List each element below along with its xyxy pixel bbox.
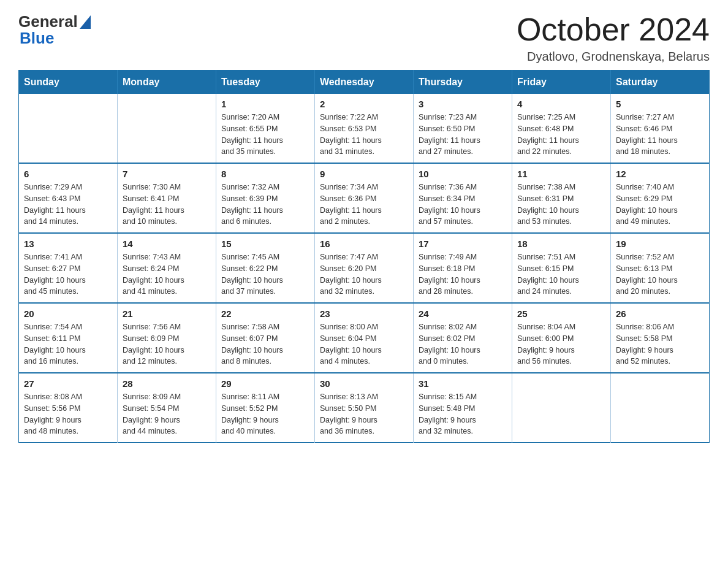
calendar-cell: 14Sunrise: 7:43 AM Sunset: 6:24 PM Dayli… [118,233,216,303]
day-info: Sunrise: 8:13 AM Sunset: 5:50 PM Dayligh… [320,391,408,437]
calendar-table: SundayMondayTuesdayWednesdayThursdayFrid… [18,70,710,443]
day-number: 6 [24,169,112,179]
day-number: 16 [320,239,408,249]
calendar-cell [19,94,118,163]
calendar-cell: 2Sunrise: 7:22 AM Sunset: 6:53 PM Daylig… [315,94,414,163]
calendar-cell: 12Sunrise: 7:40 AM Sunset: 6:29 PM Dayli… [611,163,710,233]
title-block: October 2024 Dyatlovo, Grodnenskaya, Bel… [517,12,710,64]
week-row-2: 6Sunrise: 7:29 AM Sunset: 6:43 PM Daylig… [19,163,710,233]
day-info: Sunrise: 7:20 AM Sunset: 6:55 PM Dayligh… [221,112,309,158]
day-number: 26 [616,308,704,319]
week-row-3: 13Sunrise: 7:41 AM Sunset: 6:27 PM Dayli… [19,233,710,303]
day-info: Sunrise: 7:47 AM Sunset: 6:20 PM Dayligh… [320,251,408,297]
calendar-cell [611,373,710,443]
calendar-cell: 24Sunrise: 8:02 AM Sunset: 6:02 PM Dayli… [414,303,512,373]
day-number: 3 [419,99,507,109]
day-info: Sunrise: 8:04 AM Sunset: 6:00 PM Dayligh… [517,321,605,367]
day-info: Sunrise: 7:49 AM Sunset: 6:18 PM Dayligh… [419,251,507,297]
calendar-cell: 3Sunrise: 7:23 AM Sunset: 6:50 PM Daylig… [414,94,512,163]
calendar-cell: 22Sunrise: 7:58 AM Sunset: 6:07 PM Dayli… [216,303,315,373]
day-number: 30 [320,378,408,389]
week-row-4: 20Sunrise: 7:54 AM Sunset: 6:11 PM Dayli… [19,303,710,373]
day-info: Sunrise: 7:30 AM Sunset: 6:41 PM Dayligh… [123,182,211,228]
main-title: October 2024 [517,12,710,47]
day-info: Sunrise: 7:45 AM Sunset: 6:22 PM Dayligh… [221,251,309,297]
day-number: 31 [419,378,507,389]
day-info: Sunrise: 8:11 AM Sunset: 5:52 PM Dayligh… [221,391,309,437]
calendar-cell: 20Sunrise: 7:54 AM Sunset: 6:11 PM Dayli… [19,303,118,373]
calendar-cell: 13Sunrise: 7:41 AM Sunset: 6:27 PM Dayli… [19,233,118,303]
day-number: 21 [123,308,211,319]
day-info: Sunrise: 7:41 AM Sunset: 6:27 PM Dayligh… [24,251,112,297]
day-number: 29 [221,378,309,389]
day-info: Sunrise: 8:06 AM Sunset: 5:58 PM Dayligh… [616,321,704,367]
day-number: 11 [517,169,605,179]
calendar-cell: 23Sunrise: 8:00 AM Sunset: 6:04 PM Dayli… [315,303,414,373]
calendar-cell: 31Sunrise: 8:15 AM Sunset: 5:48 PM Dayli… [414,373,512,443]
day-number: 8 [221,169,309,179]
weekday-thursday: Thursday [414,71,512,94]
day-number: 4 [517,99,605,109]
day-info: Sunrise: 8:15 AM Sunset: 5:48 PM Dayligh… [419,391,507,437]
day-info: Sunrise: 7:54 AM Sunset: 6:11 PM Dayligh… [24,321,112,367]
calendar-cell: 29Sunrise: 8:11 AM Sunset: 5:52 PM Dayli… [216,373,315,443]
day-number: 22 [221,308,309,319]
day-info: Sunrise: 7:25 AM Sunset: 6:48 PM Dayligh… [517,112,605,158]
weekday-wednesday: Wednesday [315,71,414,94]
calendar-cell: 15Sunrise: 7:45 AM Sunset: 6:22 PM Dayli… [216,233,315,303]
day-info: Sunrise: 8:02 AM Sunset: 6:02 PM Dayligh… [419,321,507,367]
calendar-cell: 27Sunrise: 8:08 AM Sunset: 5:56 PM Dayli… [19,373,118,443]
day-info: Sunrise: 8:08 AM Sunset: 5:56 PM Dayligh… [24,391,112,437]
calendar-cell: 30Sunrise: 8:13 AM Sunset: 5:50 PM Dayli… [315,373,414,443]
day-number: 15 [221,239,309,249]
calendar-cell: 4Sunrise: 7:25 AM Sunset: 6:48 PM Daylig… [512,94,611,163]
weekday-saturday: Saturday [611,71,710,94]
day-number: 24 [419,308,507,319]
calendar-cell: 17Sunrise: 7:49 AM Sunset: 6:18 PM Dayli… [414,233,512,303]
day-info: Sunrise: 7:58 AM Sunset: 6:07 PM Dayligh… [221,321,309,367]
day-info: Sunrise: 7:34 AM Sunset: 6:36 PM Dayligh… [320,182,408,228]
day-info: Sunrise: 7:40 AM Sunset: 6:29 PM Dayligh… [616,182,704,228]
day-number: 23 [320,308,408,319]
day-number: 17 [419,239,507,249]
calendar-cell: 9Sunrise: 7:34 AM Sunset: 6:36 PM Daylig… [315,163,414,233]
calendar-cell: 19Sunrise: 7:52 AM Sunset: 6:13 PM Dayli… [611,233,710,303]
day-number: 10 [419,169,507,179]
day-info: Sunrise: 7:29 AM Sunset: 6:43 PM Dayligh… [24,182,112,228]
calendar-cell: 5Sunrise: 7:27 AM Sunset: 6:46 PM Daylig… [611,94,710,163]
day-info: Sunrise: 7:51 AM Sunset: 6:15 PM Dayligh… [517,251,605,297]
svg-marker-0 [80,15,91,29]
day-info: Sunrise: 8:09 AM Sunset: 5:54 PM Dayligh… [123,391,211,437]
logo-blue-text: Blue [18,29,54,48]
day-info: Sunrise: 7:36 AM Sunset: 6:34 PM Dayligh… [419,182,507,228]
calendar-cell: 16Sunrise: 7:47 AM Sunset: 6:20 PM Dayli… [315,233,414,303]
day-number: 7 [123,169,211,179]
day-number: 5 [616,99,704,109]
day-info: Sunrise: 7:56 AM Sunset: 6:09 PM Dayligh… [123,321,211,367]
day-info: Sunrise: 7:32 AM Sunset: 6:39 PM Dayligh… [221,182,309,228]
logo: G eneral Blue [18,12,91,48]
subtitle: Dyatlovo, Grodnenskaya, Belarus [517,50,710,64]
day-number: 2 [320,99,408,109]
day-info: Sunrise: 7:27 AM Sunset: 6:46 PM Dayligh… [616,112,704,158]
calendar-cell: 6Sunrise: 7:29 AM Sunset: 6:43 PM Daylig… [19,163,118,233]
calendar-cell: 21Sunrise: 7:56 AM Sunset: 6:09 PM Dayli… [118,303,216,373]
calendar-cell: 28Sunrise: 8:09 AM Sunset: 5:54 PM Dayli… [118,373,216,443]
day-number: 20 [24,308,112,319]
day-number: 12 [616,169,704,179]
weekday-tuesday: Tuesday [216,71,315,94]
calendar-cell: 7Sunrise: 7:30 AM Sunset: 6:41 PM Daylig… [118,163,216,233]
day-info: Sunrise: 8:00 AM Sunset: 6:04 PM Dayligh… [320,321,408,367]
page-header: G eneral Blue October 2024 Dyatlovo, Gro… [18,12,710,64]
day-number: 9 [320,169,408,179]
weekday-friday: Friday [512,71,611,94]
weekday-sunday: Sunday [19,71,118,94]
day-number: 19 [616,239,704,249]
day-info: Sunrise: 7:23 AM Sunset: 6:50 PM Dayligh… [419,112,507,158]
logo-triangle-icon [80,15,91,29]
calendar-cell [118,94,216,163]
calendar-cell: 11Sunrise: 7:38 AM Sunset: 6:31 PM Dayli… [512,163,611,233]
calendar-cell: 10Sunrise: 7:36 AM Sunset: 6:34 PM Dayli… [414,163,512,233]
week-row-1: 1Sunrise: 7:20 AM Sunset: 6:55 PM Daylig… [19,94,710,163]
calendar-cell: 26Sunrise: 8:06 AM Sunset: 5:58 PM Dayli… [611,303,710,373]
